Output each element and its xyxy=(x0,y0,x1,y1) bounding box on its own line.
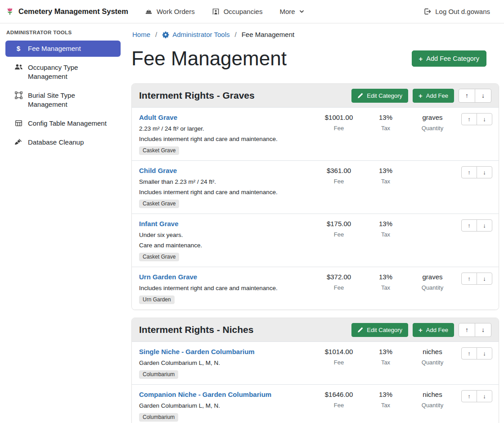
fee-name-link[interactable]: Companion Niche - Garden Columbarium xyxy=(139,390,271,399)
fee-amount-column: $372.00 Fee xyxy=(315,273,362,291)
quantity-value: niches xyxy=(409,347,456,356)
sidebar-item-fee-management[interactable]: $ Fee Management xyxy=(5,41,121,57)
hard-hat-icon xyxy=(145,8,153,15)
fee-reorder-buttons: ↑ ↓ xyxy=(461,166,492,178)
add-fee-category-button[interactable]: + Add Fee Category xyxy=(412,50,486,67)
nav-occupancies[interactable]: Occupancies xyxy=(205,4,270,19)
tax-label: Tax xyxy=(362,284,409,291)
quantity-label: Quantity xyxy=(409,359,456,366)
fee-name-link[interactable]: Single Niche - Garden Columbarium xyxy=(139,347,255,356)
fee-reorder-buttons: ↑ ↓ xyxy=(461,219,492,232)
navbar-links: Work Orders Occupancies More xyxy=(138,4,311,19)
edit-category-button[interactable]: Edit Category xyxy=(351,323,408,337)
tax-value: 13% xyxy=(362,273,409,282)
category-title: Interment Rights - Niches xyxy=(139,324,253,335)
move-fee-up-button[interactable]: ↑ xyxy=(461,219,477,232)
logout-icon xyxy=(423,8,431,15)
arrow-down-icon: ↓ xyxy=(482,326,485,333)
arrow-up-icon: ↑ xyxy=(468,169,471,176)
plus-icon: + xyxy=(418,327,423,333)
move-fee-down-button[interactable]: ↓ xyxy=(477,219,492,232)
arrow-up-icon: ↑ xyxy=(465,326,468,333)
fee-name-link[interactable]: Adult Grave xyxy=(139,113,177,122)
move-category-up-button[interactable]: ↑ xyxy=(459,89,475,103)
nav-more[interactable]: More xyxy=(273,4,310,19)
pencil-icon xyxy=(357,327,363,333)
fee-amount: $372.00 xyxy=(315,273,362,282)
arrow-down-icon: ↓ xyxy=(482,92,485,99)
logout-link[interactable]: Log Out d.gowans xyxy=(417,4,497,19)
edit-category-button[interactable]: Edit Category xyxy=(351,89,408,103)
breadcrumb-separator: / xyxy=(230,31,241,38)
move-fee-down-button[interactable]: ↓ xyxy=(477,273,492,285)
move-fee-up-button[interactable]: ↑ xyxy=(461,390,477,402)
move-category-down-button[interactable]: ↓ xyxy=(475,89,491,103)
move-category-down-button[interactable]: ↓ xyxy=(475,323,491,337)
arrow-down-icon: ↓ xyxy=(483,350,486,357)
edit-category-label: Edit Category xyxy=(367,92,402,99)
fee-name-link[interactable]: Infant Grave xyxy=(139,219,179,228)
sidebar-item-config-table-management[interactable]: Config Table Management xyxy=(5,115,121,132)
move-fee-down-button[interactable]: ↓ xyxy=(477,390,492,402)
quantity-label: Quantity xyxy=(409,284,456,291)
sidebar-item-occupancy-type-management[interactable]: Occupancy Type Management xyxy=(5,59,121,85)
fee-row: Child Grave Smaller than 2.23 m² / 24 ft… xyxy=(132,160,499,214)
fee-type-tag: Casket Grave xyxy=(139,146,179,155)
top-navbar: Cemetery Management System Work Orders xyxy=(0,0,504,23)
brand-title: Cemetery Management System xyxy=(18,7,128,16)
gear-icon xyxy=(162,31,169,38)
table-icon xyxy=(14,119,23,127)
move-category-up-button[interactable]: ↑ xyxy=(459,323,475,337)
fee-row: Adult Grave 2.23 m² / 24 ft² or larger. … xyxy=(132,107,499,160)
sidebar-item-label: Occupancy Type Management xyxy=(28,63,116,81)
move-fee-up-button[interactable]: ↑ xyxy=(461,166,477,178)
nav-more-label: More xyxy=(279,8,295,15)
tax-value: 13% xyxy=(362,347,409,356)
move-fee-up-button[interactable]: ↑ xyxy=(461,113,477,125)
fee-amount: $361.00 xyxy=(315,166,362,175)
fee-type-tag: Casket Grave xyxy=(139,253,179,261)
logout-label: Log Out d.gowans xyxy=(435,8,490,15)
add-fee-label: Add Fee xyxy=(426,92,448,99)
quantity-label: Quantity xyxy=(409,125,456,132)
move-fee-down-button[interactable]: ↓ xyxy=(477,113,492,125)
quantity-column: niches Quantity xyxy=(409,390,456,409)
fee-amount-column: $1014.00 Fee xyxy=(315,347,362,366)
sidebar-item-burial-site-type-management[interactable]: Burial Site Type Management xyxy=(5,87,121,113)
sidebar-item-label: Fee Management xyxy=(28,44,81,53)
category-header: Interment Rights - Graves Edit Category … xyxy=(132,84,499,107)
quantity-label: Quantity xyxy=(409,402,456,409)
tax-label: Tax xyxy=(362,178,409,185)
breadcrumb-current: Fee Management xyxy=(242,31,295,38)
nav-work-orders[interactable]: Work Orders xyxy=(138,4,202,19)
fee-type-tag: Columbarium xyxy=(139,413,178,422)
fee-amount-label: Fee xyxy=(315,359,362,366)
fee-type-tag: Urn Garden xyxy=(139,296,175,304)
brand: Cemetery Management System xyxy=(5,7,128,16)
fee-row: Infant Grave Under six years. Care and m… xyxy=(132,214,499,267)
tax-label: Tax xyxy=(362,125,409,132)
fee-amount-label: Fee xyxy=(315,231,362,238)
add-fee-button[interactable]: + Add Fee xyxy=(413,323,454,337)
move-fee-up-button[interactable]: ↑ xyxy=(461,273,477,285)
tax-column: 13% Tax xyxy=(362,113,409,132)
quantity-column: graves Quantity xyxy=(409,273,456,291)
breadcrumb-home-link[interactable]: Home xyxy=(132,31,150,38)
fee-description-line: Smaller than 2.23 m² / 24 ft². xyxy=(139,178,311,186)
fee-name-link[interactable]: Child Grave xyxy=(139,166,177,175)
move-fee-up-button[interactable]: ↑ xyxy=(461,347,477,359)
move-fee-down-button[interactable]: ↓ xyxy=(477,166,492,178)
dollar-icon: $ xyxy=(14,45,23,53)
move-fee-down-button[interactable]: ↓ xyxy=(477,347,492,359)
add-fee-button[interactable]: + Add Fee xyxy=(413,89,454,103)
fee-name-link[interactable]: Urn Garden Grave xyxy=(139,273,197,282)
fee-description-line: 2.23 m² / 24 ft² or larger. xyxy=(139,125,311,132)
sidebar-item-database-cleanup[interactable]: Database Cleanup xyxy=(5,134,121,150)
arrow-down-icon: ↓ xyxy=(483,222,486,229)
breadcrumb-admin-tools-link[interactable]: Administrator Tools xyxy=(162,31,230,38)
pencil-icon xyxy=(357,93,363,99)
tax-column: 13% Tax xyxy=(362,166,409,185)
fee-amount-column: $175.00 Fee xyxy=(315,219,362,238)
tax-label: Tax xyxy=(362,359,409,366)
quantity-column: graves Quantity xyxy=(409,113,456,132)
